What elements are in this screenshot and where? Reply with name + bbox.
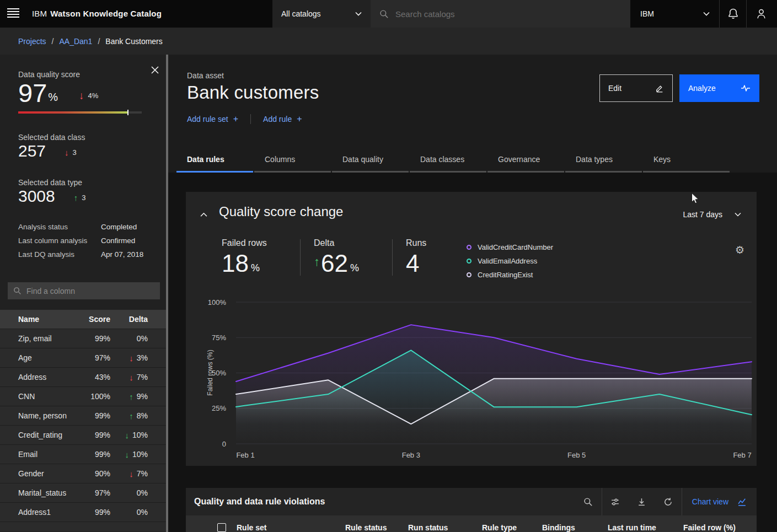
menu-icon[interactable] [7, 8, 19, 19]
column-delta: ↓7% [110, 373, 148, 381]
svg-text:100%: 100% [208, 298, 227, 307]
select-all-checkbox[interactable] [217, 523, 226, 532]
violations-column-header[interactable]: Run status [408, 523, 448, 532]
add-rule-set-link[interactable]: Add rule set + [187, 114, 238, 124]
tab-governance[interactable]: Governance [487, 151, 564, 173]
legend-item[interactable]: ValidEmailAddress [467, 254, 553, 268]
column-score: 99% [77, 508, 110, 517]
plus-icon: + [297, 114, 302, 124]
svg-text:0: 0 [222, 440, 226, 448]
violations-column-header[interactable]: Bindings [542, 523, 575, 532]
violations-column-header[interactable]: Rule set [237, 523, 266, 532]
column-header[interactable]: Delta [110, 315, 148, 324]
stat-value: 18 [222, 251, 249, 276]
table-row-partial[interactable] [0, 522, 168, 531]
column-delta: ↑8% [110, 411, 148, 420]
legend-item[interactable]: ValidCreditCardNumber [467, 240, 553, 254]
column-name: Address1 [18, 508, 77, 517]
notification-bell-icon [728, 8, 738, 19]
column-delta-value: 7% [137, 373, 148, 381]
column-delta: ↓7% [110, 469, 148, 478]
asset-type-label: Data asset [187, 71, 224, 80]
table-row[interactable]: Credit_rating99%↓10% [0, 425, 168, 444]
tab-label: Governance [498, 155, 540, 164]
refresh-button[interactable] [655, 488, 682, 515]
violations-column-header[interactable]: Failed row (%) [683, 523, 736, 532]
quality-score-card: Quality score change Last 7 days Failed … [186, 192, 757, 466]
download-button[interactable] [629, 488, 655, 515]
table-row[interactable]: Zip, email99%0% [0, 329, 168, 348]
column-header[interactable]: Name [18, 315, 77, 324]
app-screen: IBMWatson Knowledge Catalog All catalogs… [0, 0, 777, 532]
arrow-down: ↓ [129, 373, 133, 381]
column-score: 97% [77, 488, 110, 497]
breadcrumb-link[interactable]: AA_Dan1 [59, 37, 92, 46]
column-header[interactable]: Score [77, 315, 110, 324]
violations-column-header[interactable]: Last run time [608, 523, 656, 532]
breadcrumb-separator: / [52, 37, 54, 46]
analyze-button[interactable]: Analyze [679, 74, 759, 102]
quality-score-chart: 100%75%50%25%0Failed rows (%)Feb 1Feb 3F… [197, 297, 757, 462]
column-delta: 0% [110, 508, 148, 517]
legend-item[interactable]: CreditRatingExist [467, 268, 553, 282]
meta-label: Last DQ analysis [18, 250, 101, 259]
legend-label: ValidEmailAddress [478, 257, 537, 265]
table-row[interactable]: Gender90%↓7% [0, 464, 168, 483]
sidebar-close-button[interactable] [149, 65, 160, 76]
svg-text:Feb 1: Feb 1 [236, 451, 254, 459]
filter-adjust-icon [610, 497, 620, 507]
legend-dot [467, 259, 471, 264]
tab-label: Data types [576, 155, 613, 164]
add-rule-link[interactable]: Add rule + [263, 114, 302, 124]
column-score: 99% [77, 431, 110, 439]
search-input[interactable] [395, 9, 605, 19]
breadcrumb: Projects/AA_Dan1/Bank Customers [0, 28, 777, 55]
table-row[interactable]: Address43%↓7% [0, 367, 168, 386]
tab-data-classes[interactable]: Data classes [410, 151, 486, 173]
table-row[interactable]: Marital_status97%0% [0, 483, 168, 502]
svg-text:75%: 75% [212, 334, 226, 342]
tab-keys[interactable]: Keys [643, 151, 730, 173]
asset-header: Data asset Bank customers Add rule set +… [168, 55, 777, 173]
add-rule-set-label: Add rule set [187, 115, 228, 123]
column-delta: 0% [110, 488, 148, 497]
data-quality-sidebar: Data quality score 97 % ↓ 4% Selected da… [0, 55, 168, 532]
tab-data-types[interactable]: Data types [565, 151, 642, 173]
table-row[interactable]: Age97%↓3% [0, 348, 168, 367]
stat-value: 4 [406, 251, 419, 276]
table-search-button[interactable] [575, 488, 602, 515]
violations-column-header[interactable]: Rule status [345, 523, 387, 532]
column-delta-value: 7% [137, 469, 148, 478]
arrow-down: ↓ [129, 470, 133, 478]
chevron-up-icon [200, 212, 207, 217]
nav-divider [746, 0, 747, 28]
tab-data-quality[interactable]: Data quality [332, 151, 409, 173]
table-row[interactable]: Name, person99%↑8% [0, 406, 168, 425]
violations-table-header: Rule setRule statusRun statusRule typeBi… [186, 515, 757, 532]
filter-button[interactable] [602, 488, 629, 515]
column-delta-value: 8% [137, 411, 148, 420]
table-row[interactable]: Address199%0% [0, 502, 168, 522]
table-row[interactable]: Email99%↓10% [0, 444, 168, 464]
account-selector[interactable]: IBM [630, 0, 720, 28]
violations-title: Quality and data rule violations [194, 497, 325, 507]
download-icon [637, 497, 646, 507]
tab-data-rules[interactable]: Data rules [176, 151, 253, 173]
violations-column-header[interactable]: Rule type [482, 523, 517, 532]
notifications-button[interactable] [720, 0, 746, 28]
column-search-input[interactable] [26, 287, 148, 295]
add-rule-label: Add rule [263, 115, 292, 123]
chart-view-toggle[interactable]: Chart view [692, 497, 747, 507]
collapse-section-button[interactable] [200, 209, 207, 219]
catalog-selector[interactable]: All catalogs [272, 0, 371, 28]
column-score: 99% [77, 450, 110, 459]
table-row[interactable]: CNN100%↑9% [0, 386, 168, 406]
data-class-label: Selected data class [18, 133, 85, 142]
gear-icon[interactable]: ⚙ [735, 245, 744, 255]
column-delta-value: 10% [132, 431, 148, 439]
breadcrumb-link[interactable]: Projects [18, 37, 46, 46]
user-menu-button[interactable] [748, 0, 774, 28]
tab-columns[interactable]: Columns [254, 151, 331, 173]
time-range-selector[interactable]: Last 7 days [683, 210, 741, 219]
edit-button[interactable]: Edit [599, 74, 673, 102]
